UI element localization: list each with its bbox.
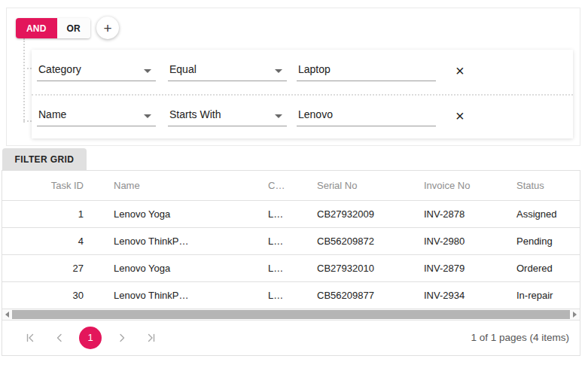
column-header-invoice-no[interactable]: Invoice No (409, 171, 501, 200)
pager-last-button[interactable] (141, 328, 160, 348)
chevron-right-icon (116, 333, 127, 343)
rules-container: Category Equal × Name Starts Wi (32, 50, 573, 138)
scroll-left-icon[interactable] (5, 312, 9, 318)
cell-status: In-repair (501, 281, 580, 309)
cell-status: Pending (501, 227, 580, 254)
pager-first-button[interactable] (20, 328, 40, 348)
operator-dropdown-value: Equal (169, 63, 197, 75)
query-builder: AND OR + Category Equal × (6, 8, 580, 146)
close-icon: × (455, 62, 465, 79)
rule-row-1: Category Equal × (32, 50, 573, 94)
rule-row-2: Name Starts With × (32, 94, 573, 138)
delete-rule-button[interactable]: × (452, 63, 468, 81)
cell-serial-no: CB56209872 (302, 227, 409, 254)
cell-invoice-no: INV-2934 (409, 281, 501, 309)
cell-name: Lenovo ThinkP… (99, 227, 253, 254)
column-header-serial-no[interactable]: Serial No (302, 171, 409, 200)
table-row[interactable]: 27 Lenovo Yoga Laptop CB27932010 INV-287… (2, 254, 580, 281)
cell-category: Laptop (253, 281, 302, 309)
pager-last-icon (145, 333, 157, 343)
column-header-task-id[interactable]: Task ID (2, 171, 99, 200)
scrollbar-thumb[interactable] (12, 310, 570, 319)
close-icon: × (455, 108, 465, 124)
value-input[interactable] (297, 63, 436, 81)
field-dropdown-value: Category (38, 63, 81, 75)
cell-name: Lenovo Yoga (99, 254, 253, 281)
column-header-status[interactable]: Status (501, 171, 580, 200)
pager-page-1-button[interactable]: 1 (79, 327, 102, 349)
field-dropdown[interactable]: Category (37, 63, 156, 81)
scroll-right-icon[interactable] (573, 312, 577, 318)
cell-serial-no: CB27932010 (302, 254, 409, 281)
pager-first-icon (25, 333, 36, 343)
table-row[interactable]: 30 Lenovo ThinkP… Laptop CB56209877 INV-… (2, 281, 580, 309)
chevron-down-icon (144, 69, 151, 73)
connector-line-rule-1 (23, 68, 32, 69)
add-condition-button[interactable]: + (96, 17, 119, 39)
cell-task-id: 30 (2, 281, 99, 309)
horizontal-scrollbar[interactable] (2, 309, 580, 321)
connector-line-vertical (23, 38, 25, 123)
pager-prev-button[interactable] (50, 328, 69, 348)
filter-grid-button[interactable]: FILTER GRID (2, 148, 87, 170)
cell-category: Laptop (253, 200, 302, 227)
delete-rule-button[interactable]: × (452, 108, 468, 126)
filter-grid-page: AND OR + Category Equal × (0, 0, 588, 380)
or-button[interactable]: OR (57, 18, 90, 38)
cell-name: Lenovo ThinkP… (99, 281, 253, 309)
value-input[interactable] (297, 108, 436, 126)
pager: 1 1 of 1 pages (4 items) (2, 321, 580, 355)
connector-line-rule-2 (23, 120, 32, 122)
cell-status: Ordered (501, 254, 580, 281)
chevron-left-icon (54, 333, 66, 343)
and-button[interactable]: AND (16, 18, 57, 38)
cell-category: Laptop (253, 227, 302, 254)
column-header-name[interactable]: Name (99, 171, 253, 200)
cell-task-id: 4 (2, 227, 99, 254)
chevron-down-icon (144, 114, 151, 118)
field-dropdown-value: Name (38, 108, 66, 120)
cell-invoice-no: INV-2879 (409, 254, 501, 281)
table-header-row: Task ID Name Category Serial No Invoice … (2, 171, 580, 200)
field-dropdown[interactable]: Name (37, 108, 156, 126)
cell-serial-no: CB56209877 (302, 281, 409, 309)
table-row[interactable]: 1 Lenovo Yoga Laptop CB27932009 INV-2878… (2, 200, 580, 227)
cell-invoice-no: INV-2980 (409, 227, 501, 254)
operator-dropdown[interactable]: Starts With (168, 108, 287, 126)
data-grid: Task ID Name Category Serial No Invoice … (2, 170, 580, 356)
condition-toggle-group: AND OR (16, 18, 90, 38)
pager-next-button[interactable] (111, 328, 131, 348)
cell-serial-no: CB27932009 (302, 200, 409, 227)
cell-status: Assigned (501, 200, 580, 227)
cell-task-id: 1 (2, 200, 99, 227)
filter-grid-table: Task ID Name Category Serial No Invoice … (2, 171, 580, 309)
table-row[interactable]: 4 Lenovo ThinkP… Laptop CB56209872 INV-2… (2, 227, 580, 254)
chevron-down-icon (275, 69, 282, 73)
cell-invoice-no: INV-2878 (409, 200, 501, 227)
chevron-down-icon (275, 114, 282, 118)
plus-icon: + (103, 21, 111, 35)
operator-dropdown-value: Starts With (169, 108, 221, 120)
cell-task-id: 27 (2, 254, 99, 281)
cell-name: Lenovo Yoga (99, 200, 253, 227)
pager-summary: 1 of 1 pages (4 items) (471, 332, 569, 343)
column-header-category[interactable]: Category (253, 171, 302, 200)
operator-dropdown[interactable]: Equal (168, 63, 287, 81)
cell-category: Laptop (253, 254, 302, 281)
